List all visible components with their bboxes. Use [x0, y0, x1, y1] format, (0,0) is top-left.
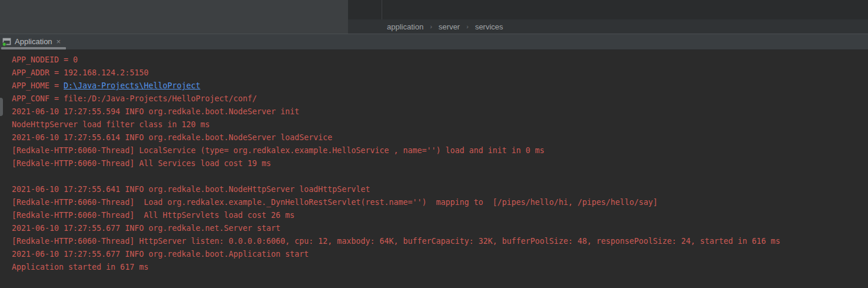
log-line: NodeHttpServer load filter class in 120 …: [12, 118, 868, 131]
active-tab-indicator: [1, 47, 66, 49]
chevron-right-icon: ›: [466, 23, 469, 30]
log-line: [Redkale-HTTP:6060-Thread] HttpServer li…: [12, 235, 868, 248]
tab-application[interactable]: Application ×: [0, 35, 65, 48]
tool-window-stripe-handle[interactable]: [0, 98, 3, 116]
tab-application-label: Application: [15, 37, 52, 46]
chevron-right-icon: ›: [430, 23, 432, 30]
log-line: [Redkale-HTTP:6060-Thread] All Services …: [12, 157, 868, 170]
log-line: APP_NODEID = 0: [12, 54, 868, 67]
log-text: APP_HOME =: [12, 81, 64, 90]
log-line: Application started in 617 ms: [12, 261, 868, 274]
breadcrumb: application › server › services: [348, 19, 868, 34]
breadcrumb-item-services[interactable]: services: [475, 22, 503, 31]
log-line: APP_ADDR = 192.168.124.2:5150: [12, 67, 868, 80]
log-line: 2021-06-10 17:27:55.641 INFO org.redkale…: [12, 183, 868, 196]
log-line: APP_CONF = file:/D:/Java-Projects/HelloP…: [12, 92, 868, 105]
run-console-icon: [2, 37, 12, 47]
breadcrumb-item-server[interactable]: server: [439, 22, 460, 31]
panel-divider: [382, 0, 382, 19]
log-line: 2021-06-10 17:27:55.614 INFO org.redkale…: [12, 131, 868, 144]
log-line: APP_HOME = D:\Java-Projects\HelloProject: [12, 80, 868, 92]
editor-header-strip: [348, 0, 868, 19]
editor-panel: [0, 0, 348, 34]
console-tab-bar: Application ×: [0, 34, 868, 50]
log-line: 2021-06-10 17:27:55.594 INFO org.redkale…: [12, 105, 868, 118]
log-line: 2021-06-10 17:27:55.677 INFO org.redkale…: [12, 222, 868, 235]
close-icon[interactable]: ×: [55, 38, 62, 45]
console-log[interactable]: APP_NODEID = 0APP_ADDR = 192.168.124.2:5…: [0, 50, 868, 288]
file-path-link[interactable]: D:\Java-Projects\HelloProject: [64, 81, 200, 90]
log-line: [Redkale-HTTP:6060-Thread] LocalService …: [12, 144, 868, 157]
log-line: [Redkale-HTTP:6060-Thread] Load org.redk…: [12, 196, 868, 209]
log-line: [Redkale-HTTP:6060-Thread] All HttpServl…: [12, 209, 868, 222]
log-line: [12, 170, 868, 183]
breadcrumb-item-application[interactable]: application: [387, 22, 423, 31]
log-line: 2021-06-10 17:27:55.677 INFO org.redkale…: [12, 248, 868, 261]
